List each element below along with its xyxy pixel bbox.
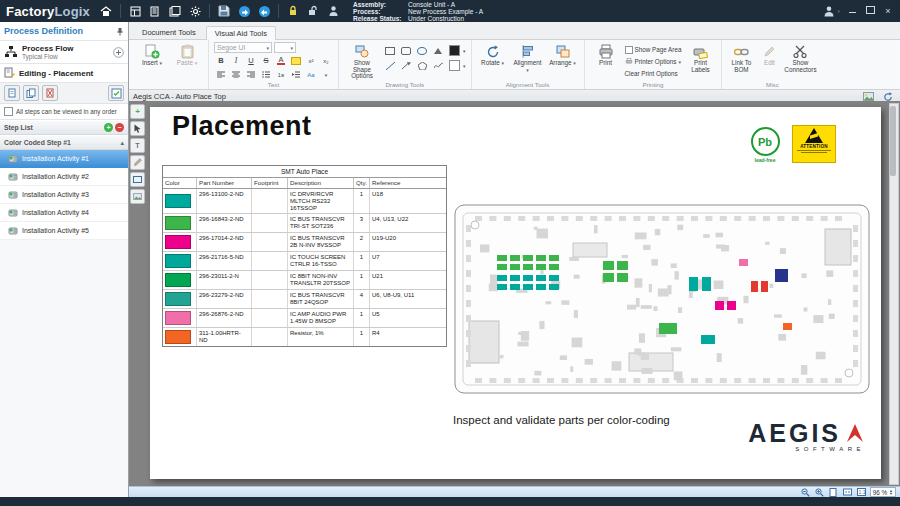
link-to-bom-button[interactable]: Link To BOM <box>727 42 755 74</box>
more-text-options-button[interactable]: ▾ <box>319 68 333 81</box>
indent-button[interactable] <box>289 68 303 81</box>
scrollbar-thumb[interactable] <box>890 106 896 176</box>
subscript-button[interactable]: x₂ <box>319 54 333 67</box>
step-group-header[interactable]: Color Coded Step #1 ▴ <box>0 135 128 150</box>
tab-document-tools[interactable]: Document Tools <box>133 25 205 39</box>
text-tool-button[interactable]: T <box>130 138 145 153</box>
schedule-button[interactable] <box>126 2 144 20</box>
unlock-icon[interactable] <box>304 2 322 20</box>
user-menu[interactable]: ▾ <box>823 5 840 17</box>
zoom-fit-width-icon[interactable] <box>842 488 853 496</box>
ellipse-shape-button[interactable] <box>415 44 429 57</box>
image-tool-button[interactable] <box>130 189 145 204</box>
font-color-button[interactable]: A <box>274 54 288 67</box>
step-list-item[interactable]: Installation Activity #4 <box>0 204 128 222</box>
align-center-button[interactable] <box>229 68 243 81</box>
table-row: 296-26876-2-ND IC AMP AUDIO PWR 1.45W D … <box>163 309 446 328</box>
checklist-button[interactable] <box>108 85 124 101</box>
minimize-button[interactable] <box>846 6 858 16</box>
bold-button[interactable]: B <box>214 54 228 67</box>
font-family-select[interactable]: Segoe UI▾ <box>214 42 272 53</box>
highlight-button[interactable] <box>289 54 303 67</box>
step-list-item[interactable]: Installation Activity #2 <box>0 168 128 186</box>
documents-button[interactable] <box>146 2 164 20</box>
arrange-button[interactable]: Arrange ▾ <box>547 42 579 68</box>
strikethrough-button[interactable]: S <box>259 54 273 67</box>
triangle-shape-button[interactable] <box>431 44 445 57</box>
document-canvas[interactable]: + T Placement Pb lead-free ATTENTION <box>129 101 900 487</box>
show-page-area-toggle[interactable]: Show Page Area <box>625 44 682 55</box>
zoom-in-icon[interactable] <box>814 488 825 496</box>
superscript-button[interactable]: x² <box>304 54 318 67</box>
insert-button[interactable]: Insert ▾ <box>136 42 168 68</box>
rounded-rect-shape-button[interactable] <box>399 44 413 57</box>
pin-icon[interactable] <box>116 27 124 36</box>
lock-icon[interactable] <box>284 2 302 20</box>
show-connectors-button[interactable]: Show Connectors <box>783 42 817 74</box>
copy-step-button[interactable] <box>23 85 39 101</box>
italic-button[interactable]: I <box>229 54 243 67</box>
show-shape-options-button[interactable]: Show Shape Options <box>344 42 380 81</box>
add-activity-button[interactable]: + <box>104 123 113 132</box>
tab-visual-aid-tools[interactable]: Visual Aid Tools <box>206 26 276 40</box>
print-labels-button[interactable]: Print Labels <box>684 42 716 74</box>
bullet-list-button[interactable] <box>259 68 273 81</box>
maximize-button[interactable] <box>864 6 876 16</box>
home-button[interactable] <box>97 2 115 20</box>
release-status-label: Release Status: <box>353 15 405 22</box>
engineer-button[interactable] <box>324 2 342 20</box>
font-size-select[interactable]: ▾ <box>274 42 296 53</box>
text-style-button[interactable]: Aa <box>304 68 318 81</box>
line-shape-button[interactable] <box>383 59 397 72</box>
delete-step-button[interactable] <box>42 85 58 101</box>
save-button[interactable] <box>215 2 233 20</box>
step-list-item[interactable]: Installation Activity #5 <box>0 222 128 240</box>
draw-tool-button[interactable] <box>130 155 145 170</box>
assembly-label: Assembly: <box>353 1 405 8</box>
settings-gear-icon[interactable] <box>186 2 204 20</box>
ribbon-group-printing: Print Show Page Area Printer Options▾ Cl… <box>585 40 723 89</box>
fill-color-dropdown[interactable]: ▾ <box>463 48 466 54</box>
remove-activity-button[interactable]: − <box>115 123 124 132</box>
process-flow-row[interactable]: Process Flow Typical Flow <box>0 41 128 64</box>
line-color-dropdown[interactable]: ▾ <box>463 63 466 69</box>
new-step-button[interactable] <box>4 85 20 101</box>
alignment-button[interactable]: Alignment ▾ <box>512 42 544 74</box>
paste-button[interactable]: Paste ▾ <box>171 42 203 68</box>
shape-tool-button[interactable] <box>130 172 145 187</box>
zoom-spinner[interactable]: ▲▼ <box>889 489 893 496</box>
printer-options-button[interactable]: Printer Options▾ <box>625 56 682 67</box>
ribbon-tabs: Document Tools Visual Aid Tools <box>129 22 900 40</box>
line-color-well[interactable] <box>447 59 461 72</box>
edit-button[interactable]: Edit <box>758 42 780 68</box>
fill-color-well[interactable] <box>447 44 461 57</box>
polygon-shape-button[interactable] <box>415 59 429 72</box>
step-list-item[interactable]: Installation Activity #1 <box>0 150 128 168</box>
zoom-actual-size-icon[interactable]: 1:1 <box>856 488 867 496</box>
zoom-level-input[interactable]: 96 % ▲▼ <box>870 487 896 497</box>
vertical-scrollbar[interactable] <box>889 103 899 485</box>
document-page[interactable]: Placement Pb lead-free ATTENTION SMT Aut… <box>150 107 881 479</box>
add-flow-icon[interactable] <box>113 47 124 58</box>
close-button[interactable]: × <box>882 6 894 16</box>
freehand-shape-button[interactable] <box>431 59 445 72</box>
collapse-chevron-icon[interactable]: ▴ <box>120 139 124 147</box>
zoom-out-icon[interactable] <box>800 488 811 496</box>
print-button[interactable]: Print <box>590 42 622 68</box>
templates-button[interactable] <box>166 2 184 20</box>
add-annotation-button[interactable]: + <box>130 104 145 119</box>
align-left-button[interactable] <box>214 68 228 81</box>
zoom-fit-page-icon[interactable] <box>828 488 839 496</box>
arrow-shape-button[interactable] <box>399 59 413 72</box>
check-out-button[interactable] <box>255 2 273 20</box>
underline-button[interactable]: U <box>244 54 258 67</box>
step-list-item[interactable]: Installation Activity #3 <box>0 186 128 204</box>
rotate-button[interactable]: Rotate ▾ <box>477 42 509 68</box>
order-checkbox[interactable] <box>4 107 13 116</box>
check-in-button[interactable] <box>235 2 253 20</box>
rectangle-shape-button[interactable] <box>383 44 397 57</box>
clear-print-options-button[interactable]: Clear Print Options <box>625 68 682 79</box>
numbered-list-button[interactable]: 1≡ <box>274 68 288 81</box>
select-tool-button[interactable] <box>130 121 145 136</box>
align-right-button[interactable] <box>244 68 258 81</box>
